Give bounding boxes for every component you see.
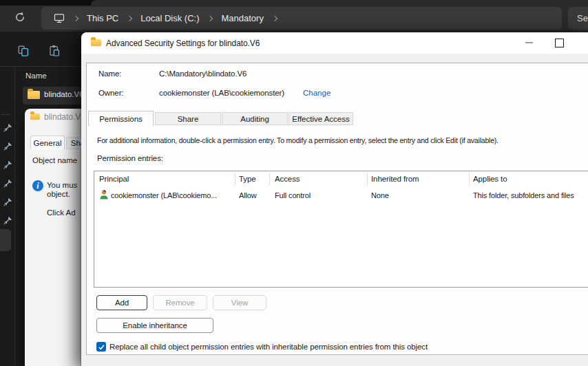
minimize-icon — [525, 42, 533, 43]
pushpin-icon[interactable] — [3, 215, 12, 228]
chevron-right-icon — [127, 15, 132, 21]
maximize-button[interactable] — [551, 35, 567, 50]
tab-permissions[interactable]: Permissions — [88, 111, 154, 126]
column-header-name[interactable]: Name — [25, 72, 47, 80]
name-label: Name: — [98, 69, 121, 78]
folder-icon — [30, 114, 40, 120]
column-separator — [367, 173, 368, 186]
minimize-button[interactable] — [521, 35, 537, 50]
column-separator — [269, 173, 270, 186]
address-bar[interactable]: This PC Local Disk (C:) Mandatory — [41, 7, 562, 30]
enable-inheritance-button[interactable]: Enable inheritance — [96, 318, 213, 333]
file-row-label: blindato.V6 — [44, 90, 84, 98]
tab-strip-body — [91, 0, 588, 6]
object-name-label: Object name — [32, 156, 77, 164]
info-text-line2: object. — [47, 190, 70, 198]
tab-permissions-label: Permissions — [99, 115, 143, 123]
this-pc-icon — [54, 13, 65, 23]
nav-divider — [1, 114, 10, 115]
chevron-right-icon — [73, 15, 78, 21]
header-access[interactable]: Access — [275, 175, 300, 183]
refresh-icon[interactable] — [14, 11, 26, 23]
cell-applies-to: This folder, subfolders and files — [473, 191, 574, 200]
properties-title: blindato.V — [44, 112, 81, 122]
nav-pane-divider — [14, 67, 15, 366]
breadcrumb-mandatory[interactable]: Mandatory — [221, 13, 263, 23]
cell-principal: cookiemonster (LAB\cookiemo... — [111, 191, 217, 200]
search-placeholder: Sea — [577, 13, 588, 23]
check-icon — [98, 343, 105, 351]
column-separator — [469, 173, 470, 186]
pushpin-icon[interactable] — [3, 141, 12, 153]
cell-type: Allow — [239, 191, 257, 200]
tab-general-label: General — [34, 139, 62, 147]
view-button[interactable]: View — [213, 295, 266, 310]
pushpin-icon[interactable] — [3, 122, 12, 135]
header-inherited-from[interactable]: Inherited from — [371, 175, 419, 183]
replace-child-permissions-label: Replace all child object permission entr… — [109, 343, 428, 351]
pushpin-icon[interactable] — [3, 197, 12, 209]
tab-effective-access-label: Effective Access — [292, 115, 350, 123]
info-icon: i — [32, 180, 43, 191]
column-separator — [235, 173, 235, 186]
chevron-right-icon — [207, 15, 213, 21]
folder-icon — [28, 91, 40, 99]
tab-general[interactable]: General — [30, 136, 65, 149]
header-applies-to[interactable]: Applies to — [473, 175, 507, 183]
pushpin-icon[interactable] — [3, 178, 12, 191]
paste-icon[interactable] — [49, 45, 60, 57]
tab-share[interactable]: Share — [155, 112, 221, 125]
replace-child-permissions-checkbox[interactable] — [96, 342, 106, 352]
table-row[interactable]: cookiemonster (LAB\cookiemo... Allow Ful… — [94, 188, 588, 203]
owner-value: cookiemonster (LAB\cookiemonster) — [159, 89, 284, 97]
chevron-right-icon — [272, 15, 277, 21]
tab-effective-access[interactable]: Effective Access — [288, 112, 353, 125]
header-type[interactable]: Type — [239, 175, 256, 183]
folder-icon — [91, 39, 101, 46]
tab-auditing-label: Auditing — [240, 115, 269, 123]
cell-inherited-from: None — [371, 191, 389, 200]
dialog-title: Advanced Security Settings for blindato.… — [106, 39, 260, 48]
cell-access: Full control — [275, 191, 311, 200]
toolbar-divider — [0, 66, 81, 67]
breadcrumb-this-pc[interactable]: This PC — [87, 13, 118, 23]
tab-share-label: Share — [178, 115, 199, 123]
search-input[interactable]: Sea — [568, 7, 588, 30]
properties-window: blindato.V General Sha Object name i You… — [25, 109, 81, 366]
info-text-line1: You mus — [47, 181, 77, 189]
screen: This PC Local Disk (C:) Mandatory Sea — [0, 0, 588, 366]
permissions-description: For additional information, double-click… — [97, 136, 498, 144]
advanced-security-dialog: Advanced Security Settings for blindato.… — [81, 32, 588, 366]
breadcrumb-local-disk[interactable]: Local Disk (C:) — [140, 13, 199, 23]
change-owner-link[interactable]: Change — [303, 89, 330, 97]
remove-button[interactable]: Remove — [153, 295, 207, 310]
nav-selected-item[interactable] — [0, 229, 11, 251]
name-value: C:\Mandatory\blindato.V6 — [159, 69, 246, 78]
user-icon — [99, 189, 109, 202]
pushpin-icon[interactable] — [3, 160, 12, 172]
maximize-icon — [555, 39, 564, 47]
permission-entries-table: Principal Type Access Inherited from App… — [94, 171, 588, 288]
info-text-line3: Click Ad — [47, 208, 76, 217]
copy-icon[interactable] — [18, 45, 29, 57]
permission-entries-label: Permission entries: — [97, 154, 163, 162]
tab-auditing[interactable]: Auditing — [222, 112, 288, 125]
add-button[interactable]: Add — [96, 295, 147, 310]
owner-label: Owner: — [98, 89, 123, 97]
dialog-footer — [81, 355, 588, 366]
header-principal[interactable]: Principal — [99, 175, 129, 183]
